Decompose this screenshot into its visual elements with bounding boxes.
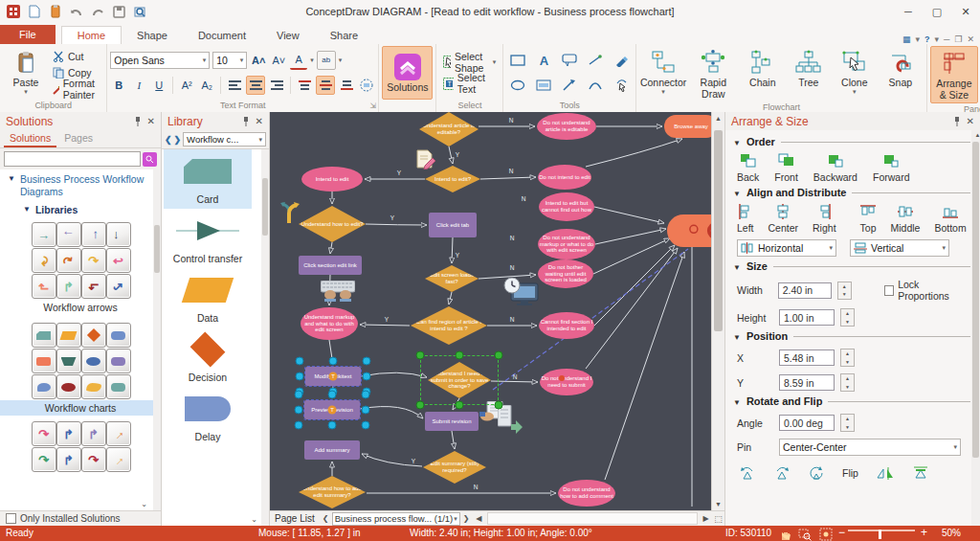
arrange-scrollbar[interactable]: ▲ <box>971 130 980 526</box>
flowchart-node[interactable]: Do not understand I need to submit <box>540 369 593 395</box>
library-preview-tile[interactable] <box>106 349 131 373</box>
library-preview-tile[interactable]: ↱ <box>81 421 106 446</box>
library-preview-tile[interactable]: ↷ <box>32 248 56 273</box>
flowchart-node[interactable]: Do not understand markup or what to do w… <box>538 229 595 259</box>
restore-doc-icon[interactable]: ❐ <box>954 34 962 44</box>
flowchart-node[interactable]: Preview revisionT <box>304 400 360 419</box>
library-scroll-down-icon[interactable]: ⌄ <box>251 515 257 524</box>
library-preview-tile[interactable]: ↳ <box>81 274 106 299</box>
library-preview-tile[interactable] <box>106 323 131 348</box>
library-preview-tile[interactable] <box>81 349 106 373</box>
align-top-button[interactable]: Top <box>860 204 877 234</box>
tab-view[interactable]: View <box>261 27 315 44</box>
align-left-edge-button[interactable]: Left <box>737 204 754 234</box>
collapse-icon[interactable]: ▼ <box>733 189 741 198</box>
position-y-input[interactable]: 8.59 in <box>779 374 835 391</box>
angle-input[interactable]: 0.00 deg <box>779 415 835 431</box>
flip-vertical-icon[interactable] <box>912 465 929 481</box>
tab-document[interactable]: Document <box>183 27 261 44</box>
library-next-icon[interactable]: ❯ <box>174 135 182 145</box>
curve-tool[interactable] <box>584 75 607 96</box>
library-preview-tile[interactable]: ↷ <box>32 447 56 472</box>
height-input[interactable]: 1.00 in <box>779 309 835 326</box>
arrow-tool[interactable] <box>558 75 581 96</box>
workspace-icon[interactable]: ▦ <box>902 34 911 44</box>
highlight-button[interactable]: ab <box>317 51 336 70</box>
ellipse-tool[interactable] <box>506 75 529 96</box>
underline-button[interactable]: U <box>150 77 167 94</box>
tab-shape[interactable]: Shape <box>122 27 183 44</box>
align-bottom-button[interactable]: Bottom <box>934 204 966 234</box>
highlight-caret-icon[interactable]: ▾ <box>339 56 343 64</box>
library-preview-tile[interactable]: → <box>106 421 131 446</box>
close-panel-icon[interactable]: ✕ <box>256 116 263 126</box>
library-preview-tile[interactable]: ↱ <box>32 274 56 299</box>
library-item-decision[interactable]: Decision <box>164 327 252 387</box>
pin-icon[interactable] <box>242 117 250 126</box>
library-preview-tile[interactable]: → <box>32 222 56 247</box>
tree-item-business-process[interactable]: ▼Business Process Workflow Diagrams <box>0 169 161 200</box>
font-size-combo[interactable]: 10▾ <box>212 52 247 69</box>
flowchart-node[interactable]: Do not intend to edit <box>538 165 591 190</box>
order-front-button[interactable]: Front <box>774 153 798 183</box>
rotate-left-icon[interactable] <box>739 466 756 481</box>
clone-button[interactable]: Clone ▾ <box>832 46 878 101</box>
distribute-vertical-combo[interactable]: Vertical▾ <box>850 239 949 257</box>
scroll-down-chevron-icon[interactable]: ⌄ <box>141 500 147 508</box>
text-format-dialog-launcher[interactable]: ⇲ <box>370 101 377 110</box>
scroll-right-icon[interactable]: ▶ <box>700 514 712 523</box>
flowchart-node[interactable]: Browse away <box>664 115 711 138</box>
flowchart-node[interactable]: Do not understand how to add comment <box>558 480 615 507</box>
library-preview-tile[interactable] <box>56 323 81 348</box>
prev-page-icon[interactable]: ❮ <box>320 514 332 523</box>
zoom-area-icon[interactable] <box>798 528 812 541</box>
library-preview-tile[interactable]: ↱ <box>56 447 81 472</box>
redo-icon[interactable] <box>90 4 105 19</box>
flowchart-node[interactable]: Click section edit link <box>299 256 362 275</box>
position-y-stepper[interactable]: ▲▼ <box>840 373 855 392</box>
flowchart-node[interactable]: Click edit tab <box>429 213 477 237</box>
new-document-icon[interactable] <box>27 4 42 19</box>
rectangle-tool[interactable] <box>506 50 529 71</box>
align-right-button[interactable] <box>268 77 285 94</box>
minimize-ribbon-icon[interactable]: ─ <box>944 34 949 44</box>
fit-selection-icon[interactable] <box>819 528 833 541</box>
valign-middle-button[interactable] <box>316 76 335 95</box>
position-x-stepper[interactable]: ▲▼ <box>840 349 855 367</box>
align-right-edge-button[interactable]: Right <box>813 204 836 234</box>
library-preview-tile[interactable] <box>81 374 106 399</box>
only-installed-checkbox[interactable] <box>6 513 16 524</box>
free-rotate-icon[interactable] <box>808 466 825 481</box>
library-item-control-transfer[interactable]: Control transfer <box>164 209 252 268</box>
library-preview-tile[interactable] <box>81 323 106 348</box>
scroll-left-icon[interactable]: ◀ <box>473 514 485 523</box>
save-icon[interactable] <box>111 4 126 19</box>
close-button[interactable]: ✕ <box>951 1 980 22</box>
library-item-delay[interactable]: Delay <box>164 387 252 446</box>
library-preview-tile[interactable]: → <box>81 222 106 247</box>
point-select-tool[interactable] <box>610 75 633 96</box>
flowchart-node[interactable]: Do not bother waiting until edit screen … <box>538 259 593 288</box>
collapse-icon[interactable]: ▼ <box>733 138 741 147</box>
solutions-tab[interactable]: Solutions <box>4 130 56 147</box>
text-tool[interactable]: A <box>532 50 555 71</box>
position-x-input[interactable]: 5.48 in <box>779 349 835 366</box>
decrease-font-button[interactable]: A˅ <box>270 52 287 69</box>
app-logo-icon[interactable] <box>6 4 21 19</box>
library-item-data[interactable]: Data <box>164 268 252 327</box>
height-stepper[interactable]: ▲▼ <box>840 308 855 327</box>
library-caption-workflow-arrows[interactable]: Workflow arrows <box>0 300 161 315</box>
pin-combo[interactable]: Center-Center▾ <box>779 439 961 456</box>
font-family-combo[interactable]: Open Sans▾ <box>110 52 210 69</box>
find-icon[interactable] <box>132 4 147 19</box>
valign-bottom-button[interactable] <box>338 77 355 94</box>
library-preview-tile[interactable]: ↷ <box>81 248 106 273</box>
solutions-button[interactable]: Solutions <box>382 46 433 100</box>
rapid-draw-button[interactable]: Rapid Draw <box>687 46 740 101</box>
bold-button[interactable]: B <box>110 77 127 94</box>
line-tool[interactable] <box>584 50 607 71</box>
pin-icon[interactable] <box>134 117 142 126</box>
drawing-canvas[interactable]: Understand article is editable?Do not un… <box>270 112 711 510</box>
italic-button[interactable]: I <box>130 77 147 94</box>
order-forward-button[interactable]: Forward <box>873 153 910 183</box>
